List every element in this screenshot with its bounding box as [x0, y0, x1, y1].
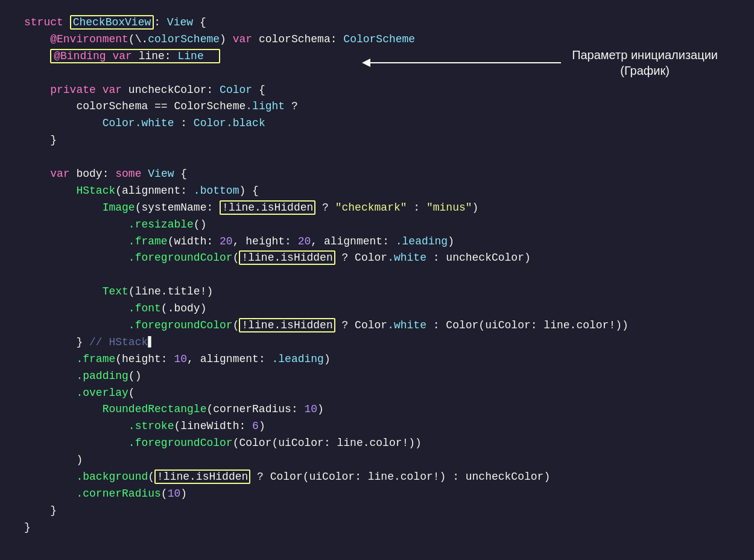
- code-token: ): [180, 488, 187, 500]
- code-line: .background(!line.isHidden ? Color(uiCol…: [24, 469, 730, 486]
- code-token: Color: [194, 117, 226, 129]
- annotation-arrow: [368, 62, 561, 63]
- code-line: .frame(height: 10, alignment: .leading): [24, 351, 730, 368]
- code-token: body:: [70, 168, 116, 180]
- code-token: (alignment:: [115, 185, 194, 197]
- code-token: ? Color: [335, 319, 387, 331]
- code-line: .resizable(): [24, 217, 730, 234]
- code-line: .overlay(: [24, 385, 730, 402]
- code-token: :: [174, 117, 193, 129]
- code-line: RoundedRectangle(cornerRadius: 10): [24, 401, 730, 418]
- code-token: , alignment:: [187, 353, 271, 365]
- code-token: .cornerRadius: [76, 488, 160, 500]
- code-line: .padding(): [24, 368, 730, 385]
- code-line: private var uncheckColor: Color {: [24, 82, 730, 99]
- code-token: .leading: [396, 235, 448, 247]
- code-token: Color: [220, 84, 252, 96]
- code-token: .leading: [272, 353, 324, 365]
- code-token: (: [148, 471, 154, 483]
- code-token: (.body): [161, 302, 207, 314]
- code-token: (width:: [168, 235, 220, 247]
- code-token: var: [50, 168, 69, 180]
- code-token: 20: [298, 235, 311, 247]
- code-token: }: [50, 504, 57, 517]
- code-token: .background: [76, 471, 148, 483]
- code-line: Text(line.title!): [24, 284, 730, 301]
- code-token: .stroke: [128, 420, 174, 432]
- code-token: (: [128, 387, 135, 399]
- code-token: (cornerRadius:: [206, 403, 304, 415]
- code-token: ) {: [239, 185, 258, 197]
- code-token: Color: [103, 117, 135, 129]
- code-line: }: [24, 520, 730, 536]
- code-token: .resizable: [128, 218, 194, 231]
- code-token: Line: [177, 50, 203, 62]
- code-token: View: [148, 168, 174, 180]
- code-line: struct CheckBoxView: View {: [24, 14, 730, 31]
- code-token: ? Color: [335, 252, 387, 264]
- code-token: ▌: [148, 336, 154, 348]
- code-token: .light: [246, 100, 285, 112]
- code-token: .frame: [76, 353, 115, 365]
- code-line: } // HStack▌: [24, 334, 730, 351]
- code-token: .white: [387, 319, 426, 331]
- code-token: 20: [220, 235, 233, 247]
- code-token: ): [76, 454, 83, 466]
- binding-box: @Binding var line: Line: [50, 49, 220, 63]
- code-token: (height:: [115, 353, 174, 365]
- code-token: [106, 50, 113, 62]
- code-line: var body: some View {: [24, 166, 730, 183]
- code-line: HStack(alignment: .bottom) {: [24, 183, 730, 200]
- code-token: ): [220, 33, 233, 45]
- code-line: .cornerRadius(10): [24, 486, 730, 503]
- code-token: }: [24, 521, 31, 533]
- code-token: Text: [103, 285, 128, 298]
- code-line: }: [24, 503, 730, 520]
- highlighted-expression: !line.isHidden: [220, 200, 315, 215]
- code-token: (lineWidth:: [174, 420, 252, 432]
- code-token: (: [161, 488, 168, 500]
- code-token: :: [154, 16, 167, 28]
- code-line: [24, 267, 730, 284]
- code-token: {: [193, 16, 206, 28]
- code-token: .foregroundColor: [128, 437, 233, 449]
- code-token: .bottom: [194, 185, 239, 197]
- code-line: .foregroundColor(Color(uiColor: line.col…: [24, 435, 730, 452]
- code-token: }: [76, 336, 89, 348]
- code-token: ): [324, 353, 331, 365]
- code-token: colorSchema == ColorScheme: [76, 100, 246, 112]
- code-line: .frame(width: 20, height: 20, alignment:…: [24, 234, 730, 250]
- code-token: 6: [252, 420, 259, 432]
- code-token: .overlay: [76, 387, 128, 399]
- code-token: [96, 84, 103, 96]
- code-token: .foregroundColor: [128, 252, 233, 264]
- code-token: , height:: [233, 235, 298, 247]
- annotation: Параметр инициализации (График): [368, 47, 718, 78]
- highlighted-expression: !line.isHidden: [239, 318, 335, 332]
- code-editor: Параметр инициализации (График) struct C…: [0, 0, 754, 551]
- code-token: (): [128, 370, 142, 382]
- code-token: var: [112, 50, 131, 62]
- code-line: .foregroundColor(!line.isHidden ? Color.…: [24, 250, 730, 267]
- code-token: (systemName:: [135, 202, 220, 214]
- code-token: [141, 168, 148, 180]
- code-token: (Color(uiColor: line.color!)): [233, 437, 422, 449]
- code-token: @Environment: [50, 33, 128, 45]
- code-token: .padding: [76, 370, 128, 382]
- code-token: .black: [226, 117, 265, 129]
- code-token: ? Color(uiColor: line.color!) : uncheckC…: [250, 471, 550, 483]
- code-line: colorSchema == ColorScheme.light ?: [24, 98, 730, 115]
- code-token: colorSchema:: [252, 33, 343, 45]
- code-token: (: [233, 252, 239, 264]
- code-token: (: [233, 319, 239, 331]
- code-line: @Environment(\.colorScheme) var colorSch…: [24, 31, 730, 48]
- code-token: some: [115, 168, 141, 180]
- code-token: @Binding: [54, 50, 106, 62]
- code-token: Image: [103, 202, 135, 214]
- code-line: ): [24, 452, 730, 469]
- code-token: struct: [24, 16, 70, 28]
- code-token: : uncheckColor): [426, 252, 531, 264]
- code-line: [24, 149, 730, 166]
- code-token: colorScheme: [148, 33, 220, 45]
- code-token: HStack: [76, 185, 115, 197]
